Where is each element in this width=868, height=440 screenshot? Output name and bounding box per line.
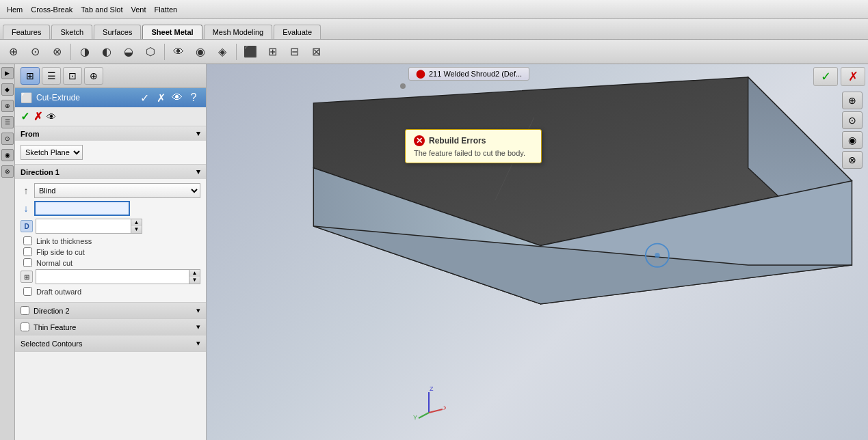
popup-title-row: ✕ Rebuild Errors xyxy=(414,135,533,146)
toolbar2-btn-4[interactable]: ◑ xyxy=(75,42,95,61)
tab-evaluate[interactable]: Evaluate xyxy=(274,25,321,39)
tab-surfaces[interactable]: Surfaces xyxy=(94,25,141,39)
toolbar2-btn-1[interactable]: ⊕ xyxy=(3,42,23,61)
panel-title-bar: ⬜ Cut-Extrude ✓ ✗ 👁 ? xyxy=(15,88,206,107)
popup-title-text: Rebuild Errors xyxy=(429,136,486,146)
thin-feature-label: Thin Feature xyxy=(34,323,76,331)
layer-spin-down[interactable]: ▼ xyxy=(189,277,200,284)
panel-view-btn-1[interactable]: ⊞ xyxy=(21,67,40,85)
thin-feature-section: Thin Feature ▾ xyxy=(15,319,206,335)
toolbar2-btn-6[interactable]: ◒ xyxy=(118,42,139,61)
help-button[interactable]: ? xyxy=(187,91,200,105)
viewport-canvas xyxy=(207,64,868,440)
view-ctrl-1[interactable]: ⊕ xyxy=(842,92,863,109)
sidebar-icon-3[interactable]: ⊕ xyxy=(1,100,14,112)
normal-cut-row: Normal cut xyxy=(21,258,200,267)
direction2-label: Direction 2 xyxy=(34,307,70,315)
sidebar-icon-5[interactable]: ⊙ xyxy=(1,133,14,145)
preview-button[interactable]: 👁 xyxy=(170,91,184,105)
cancel-button[interactable]: ✗ xyxy=(154,91,168,105)
panel-view-btn-3[interactable]: ⊡ xyxy=(63,67,82,85)
toolbar2-btn-12[interactable]: ⊞ xyxy=(262,42,282,61)
eye-btn[interactable]: 👁 xyxy=(47,110,56,123)
arrow-up-icon: ↑ xyxy=(21,185,31,196)
direction1-section: Direction 1 ▾ ↑ Blind Through All Up to … xyxy=(15,165,206,303)
sidebar-icon-4[interactable]: ☰ xyxy=(1,116,14,128)
toolbar2-btn-10[interactable]: ◈ xyxy=(212,42,233,61)
direction2-header[interactable]: Direction 2 ▾ xyxy=(15,303,206,318)
selected-contours-section: Selected Contours ▾ xyxy=(15,335,206,352)
panel-view-btn-4[interactable]: ⊕ xyxy=(84,67,103,85)
sidebar-icon-7[interactable]: ⊗ xyxy=(1,165,14,178)
toolbar2-btn-8[interactable]: 👁 xyxy=(168,42,189,61)
draft-outward-checkbox[interactable] xyxy=(23,287,32,296)
depth-icon: D xyxy=(21,220,33,232)
tab-and-slot-button[interactable]: Tab and Slot xyxy=(77,4,127,15)
toolbar2-btn-2[interactable]: ⊙ xyxy=(25,42,45,61)
direction2-checkbox[interactable] xyxy=(21,306,29,315)
confirm-button[interactable]: ✓ xyxy=(137,91,151,105)
layer-icon: ⊞ xyxy=(21,271,33,283)
toolbar2-btn-5[interactable]: ◐ xyxy=(96,42,117,61)
from-select[interactable]: Sketch Plane Surface Face Vertex Offset xyxy=(21,145,83,160)
tab-sketch[interactable]: Sketch xyxy=(51,25,92,39)
from-chevron: ▾ xyxy=(196,129,200,138)
draft-outward-row: Draft outward xyxy=(21,287,200,296)
toolbar2-sep-3 xyxy=(236,44,237,60)
layer-spinners: ▲ ▼ xyxy=(189,269,200,284)
sidebar-icon-1[interactable]: ▶ xyxy=(1,67,14,79)
normal-cut-checkbox[interactable] xyxy=(23,258,32,267)
from-section-header[interactable]: From ▾ xyxy=(15,126,206,141)
toolbar2-btn-11[interactable]: ⬛ xyxy=(240,42,261,61)
vent-button[interactable]: Vent xyxy=(127,4,150,15)
overlay-cancel-btn[interactable]: ✗ xyxy=(841,67,865,86)
tab-features[interactable]: Features xyxy=(3,25,50,39)
view-ctrl-3[interactable]: ◉ xyxy=(842,131,863,149)
panel-view-btn-2[interactable]: ☰ xyxy=(42,67,61,85)
toolbar2-btn-9[interactable]: ◉ xyxy=(190,42,211,61)
direction1-label: Direction 1 xyxy=(21,168,60,176)
flip-side-checkbox[interactable] xyxy=(23,247,32,256)
hem-button[interactable]: Hem xyxy=(3,4,27,15)
depth-spin-down[interactable]: ▼ xyxy=(131,226,142,233)
overlay-confirm-btn[interactable]: ✓ xyxy=(813,67,838,86)
tab-sheet-metal[interactable]: Sheet Metal xyxy=(142,25,202,39)
dot-indicator xyxy=(400,83,406,89)
accept-btn[interactable]: ✓ xyxy=(21,110,29,123)
viewport[interactable]: ⬤ 211 Welded Shroud2 (Def... ✕ Rebuild E… xyxy=(207,64,868,440)
tab-bar: Features Sketch Surfaces Sheet Metal Mes… xyxy=(0,19,868,40)
from-label: From xyxy=(21,130,40,138)
main-area: ▶ ◆ ⊕ ☰ ⊙ ◉ ⊗ ⊞ ☰ ⊡ ⊕ ⬜ Cut-Extrude ✓ ✗ xyxy=(0,64,868,440)
model-title: ⬤ 211 Welded Shroud2 (Def... xyxy=(408,67,529,81)
toolbar2-btn-14[interactable]: ⊠ xyxy=(306,42,326,61)
toolbar2-btn-13[interactable]: ⊟ xyxy=(284,42,304,61)
depth-value-input[interactable]: 0.10in xyxy=(36,219,131,234)
model-svg xyxy=(207,64,868,440)
layer-spin-up[interactable]: ▲ xyxy=(189,270,200,277)
direction1-chevron: ▾ xyxy=(196,167,200,176)
reject-btn[interactable]: ✗ xyxy=(34,110,42,123)
tab-mesh-modeling[interactable]: Mesh Modeling xyxy=(204,25,273,39)
link-thickness-checkbox[interactable] xyxy=(23,236,32,245)
layer-input[interactable] xyxy=(36,269,189,284)
direction1-depth-input[interactable] xyxy=(34,201,130,216)
depth-row: D 0.10in ▲ ▼ xyxy=(21,219,200,234)
direction1-type-select[interactable]: Blind Through All Up to Vertex Up to Sur… xyxy=(34,183,200,198)
selected-contours-header[interactable]: Selected Contours ▾ xyxy=(15,335,206,351)
panel-header-icons: ⊞ ☰ ⊡ ⊕ xyxy=(21,67,103,85)
thin-feature-checkbox[interactable] xyxy=(21,322,29,331)
sidebar-icon-2[interactable]: ◆ xyxy=(1,83,14,96)
view-ctrl-4[interactable]: ⊗ xyxy=(842,151,863,169)
depth-spin-up[interactable]: ▲ xyxy=(131,219,142,226)
sidebar-icon-6[interactable]: ◉ xyxy=(1,149,14,161)
toolbar2-btn-3[interactable]: ⊗ xyxy=(47,42,67,61)
depth-spinners: ▲ ▼ xyxy=(131,219,142,234)
toolbar2-btn-7[interactable]: ⬡ xyxy=(140,42,161,61)
cross-break-button[interactable]: Cross-Break xyxy=(27,4,77,15)
flatten-button[interactable]: Flatten xyxy=(150,4,182,15)
panel-title-actions: ✓ ✗ 👁 ? xyxy=(137,91,200,105)
direction1-header[interactable]: Direction 1 ▾ xyxy=(15,165,206,179)
popup-message: The feature failed to cut the body. xyxy=(414,149,533,157)
view-ctrl-2[interactable]: ⊙ xyxy=(842,111,863,129)
thin-feature-header[interactable]: Thin Feature ▾ xyxy=(15,319,206,335)
